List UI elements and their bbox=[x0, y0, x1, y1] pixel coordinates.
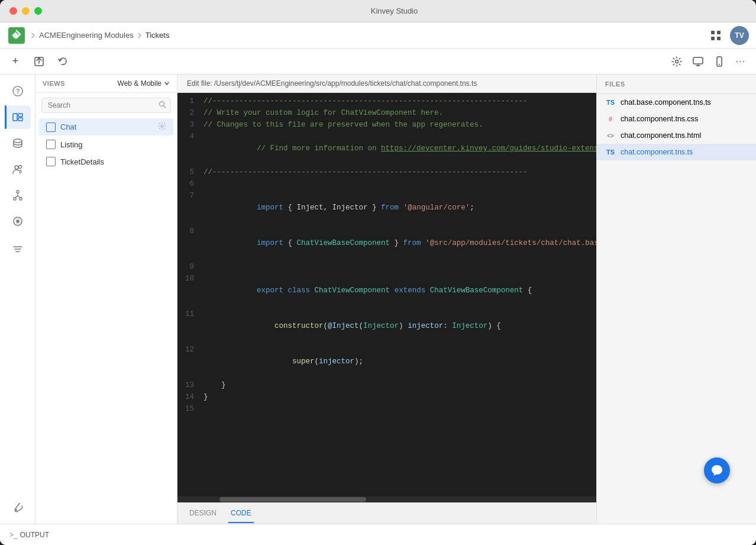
platform-label: Web & Mobile bbox=[118, 79, 161, 88]
platform-selector[interactable]: Web & Mobile bbox=[118, 79, 170, 88]
svg-line-25 bbox=[15, 196, 18, 198]
sidebar-item-views[interactable] bbox=[5, 105, 31, 129]
file-name-chat-ts: chat.component.tns.ts bbox=[621, 148, 693, 156]
svg-rect-2 bbox=[717, 31, 721, 34]
search-icon bbox=[159, 101, 166, 110]
sidebar-item-theme[interactable] bbox=[5, 209, 31, 233]
breadcrumb-arrow-icon bbox=[31, 32, 35, 39]
view-item-icon-chat bbox=[46, 122, 56, 132]
code-line: 6 bbox=[177, 178, 596, 190]
view-item-listing[interactable]: Listing bbox=[39, 136, 173, 153]
sidebar-item-users[interactable] bbox=[5, 157, 31, 181]
editor-header: Edit file: /Users/tj/dev/ACMEEngineering… bbox=[177, 75, 596, 93]
monitor-button[interactable] bbox=[690, 53, 706, 70]
file-name-chat-base-ts: chat.base.component.tns.ts bbox=[621, 98, 711, 107]
files-header: FILES bbox=[597, 75, 756, 94]
svg-rect-23 bbox=[20, 198, 22, 200]
phone-button[interactable] bbox=[711, 53, 728, 70]
editor-tabs: DESIGN CODE bbox=[177, 502, 596, 524]
tab-design[interactable]: DESIGN bbox=[187, 504, 219, 523]
search-input[interactable] bbox=[41, 98, 171, 113]
breadcrumb: ACMEEngineering Modules Tickets bbox=[31, 31, 169, 40]
traffic-lights bbox=[9, 7, 42, 15]
view-item-label-chat: Chat bbox=[60, 122, 153, 131]
chat-fab-icon bbox=[710, 464, 723, 477]
avatar[interactable]: TV bbox=[730, 26, 749, 45]
settings-button[interactable] bbox=[668, 53, 685, 70]
icon-sidebar: ? bbox=[0, 75, 35, 524]
add-button[interactable]: + bbox=[7, 53, 24, 70]
code-line: 9 bbox=[177, 261, 596, 273]
view-item-ticketdetails[interactable]: TicketDetails bbox=[39, 153, 173, 170]
code-editor[interactable]: 1 //------------------------------------… bbox=[177, 93, 596, 496]
file-item-chat-html[interactable]: <> chat.component.tns.html bbox=[597, 127, 756, 144]
upload-button[interactable] bbox=[31, 53, 47, 70]
svg-rect-22 bbox=[14, 198, 16, 200]
view-item-label-ticketdetails: TicketDetails bbox=[60, 157, 166, 166]
chat-fab-button[interactable] bbox=[704, 457, 730, 483]
code-line: 2 // Write your custom logic for ChatVie… bbox=[177, 107, 596, 119]
sidebar-item-help[interactable]: ? bbox=[5, 79, 31, 103]
editor-scrollbar[interactable] bbox=[177, 496, 596, 502]
toolbar: + bbox=[0, 49, 756, 75]
logo[interactable] bbox=[7, 26, 26, 45]
svg-point-32 bbox=[15, 509, 17, 511]
titlebar: Kinvey Studio bbox=[0, 0, 756, 22]
view-item-gear-chat[interactable] bbox=[158, 122, 166, 132]
svg-point-19 bbox=[15, 166, 18, 169]
views-title: VIEWS bbox=[43, 80, 65, 87]
sidebar-item-wrench[interactable] bbox=[5, 495, 31, 519]
svg-rect-3 bbox=[711, 37, 715, 40]
sidebar-item-filter[interactable] bbox=[5, 238, 31, 262]
html-icon: <> bbox=[605, 133, 616, 139]
grid-icon-button[interactable] bbox=[706, 26, 725, 45]
maximize-button[interactable] bbox=[34, 7, 42, 15]
file-item-chat-ts[interactable]: TS chat.component.tns.ts bbox=[597, 144, 756, 160]
file-item-chat-css[interactable]: # chat.component.tns.css bbox=[597, 111, 756, 127]
code-line: 13 } bbox=[177, 379, 596, 391]
output-prefix: >_ bbox=[9, 531, 18, 539]
code-line: 4 // Find more information on https://de… bbox=[177, 131, 596, 166]
chevron-down-icon bbox=[164, 80, 170, 86]
breadcrumb-arrow2-icon bbox=[137, 32, 142, 39]
files-panel: FILES TS chat.base.component.tns.ts # ch… bbox=[596, 75, 756, 524]
svg-rect-1 bbox=[711, 31, 715, 34]
svg-point-20 bbox=[18, 166, 21, 169]
tab-code[interactable]: CODE bbox=[228, 504, 254, 523]
code-line: 8 import { ChatViewBaseComponent } from … bbox=[177, 225, 596, 261]
svg-rect-15 bbox=[13, 114, 17, 121]
svg-rect-21 bbox=[17, 191, 19, 193]
sidebar-item-network[interactable] bbox=[5, 183, 31, 207]
undo-button[interactable] bbox=[54, 53, 71, 70]
topnav: ACMEEngineering Modules Tickets TV bbox=[0, 22, 756, 49]
view-items: Chat Listing TicketDetails bbox=[35, 118, 177, 170]
file-name-chat-html: chat.component.tns.html bbox=[621, 131, 701, 140]
more-button[interactable]: ··· bbox=[732, 53, 749, 70]
css-icon: # bbox=[605, 115, 616, 122]
svg-rect-17 bbox=[18, 118, 22, 121]
ts-icon: TS bbox=[605, 99, 616, 106]
file-item-chat-base-ts[interactable]: TS chat.base.component.tns.ts bbox=[597, 94, 756, 111]
close-button[interactable] bbox=[9, 7, 17, 15]
file-name-chat-css: chat.component.tns.css bbox=[621, 115, 698, 123]
svg-point-28 bbox=[16, 220, 19, 223]
code-line: 11 constructor(@Inject(Injector) injecto… bbox=[177, 308, 596, 344]
svg-line-34 bbox=[164, 106, 166, 108]
editor-scrollbar-thumb[interactable] bbox=[219, 497, 366, 502]
code-line: 10 export class ChatViewComponent extend… bbox=[177, 273, 596, 308]
minimize-button[interactable] bbox=[22, 7, 30, 15]
topnav-right: TV bbox=[706, 26, 749, 45]
output-bar[interactable]: >_ OUTPUT bbox=[0, 524, 756, 545]
svg-point-35 bbox=[161, 125, 163, 127]
view-item-chat[interactable]: Chat bbox=[39, 118, 173, 136]
breadcrumb-root[interactable]: ACMEEngineering Modules bbox=[39, 31, 134, 40]
view-item-icon-ticketdetails bbox=[46, 157, 56, 166]
svg-point-18 bbox=[14, 139, 22, 143]
code-line: 15 bbox=[177, 403, 596, 415]
code-line: 12 super(injector); bbox=[177, 344, 596, 379]
app-window: Kinvey Studio ACMEEngineering Modules Ti… bbox=[0, 0, 756, 545]
sidebar-item-data[interactable] bbox=[5, 131, 31, 155]
views-panel: VIEWS Web & Mobile bbox=[35, 75, 177, 524]
code-line: 3 // Changes to this file are preserved … bbox=[177, 119, 596, 131]
svg-rect-16 bbox=[18, 114, 22, 117]
